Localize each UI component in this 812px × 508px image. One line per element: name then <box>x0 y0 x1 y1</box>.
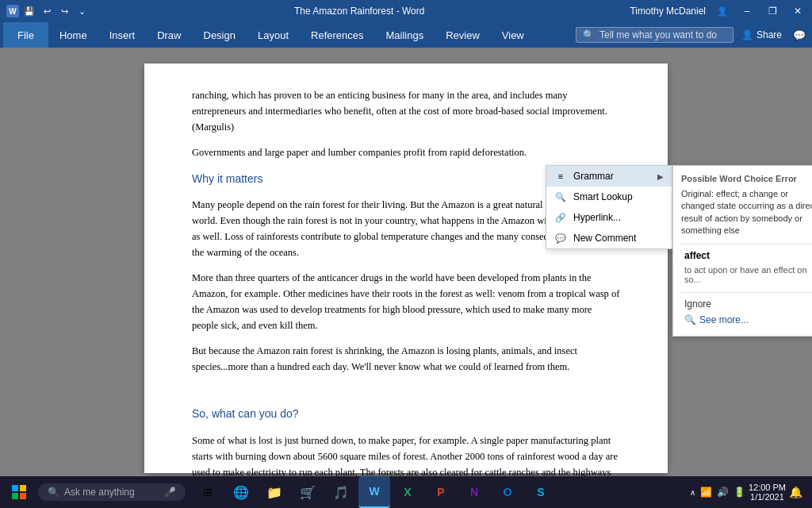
tab-layout[interactable]: Layout <box>247 22 300 48</box>
search-input[interactable] <box>599 29 726 40</box>
grammar-icon: ≡ <box>554 170 567 183</box>
restore-button[interactable]: ❐ <box>764 3 780 19</box>
see-more-icon: 🔍 <box>684 314 696 325</box>
taskbar-app-word[interactable]: W <box>358 476 390 508</box>
smart-lookup-icon: 🔍 <box>554 190 567 203</box>
taskbar-app-powerpoint[interactable]: P <box>425 476 457 508</box>
tab-mailings[interactable]: Mailings <box>375 22 435 48</box>
paragraph-1: ranching, which has proven to be an enti… <box>192 87 620 135</box>
tab-insert[interactable]: Insert <box>98 22 147 48</box>
taskbar-app-store[interactable]: 🛒 <box>292 476 324 508</box>
submenu-arrow-icon: ▶ <box>657 172 664 181</box>
tab-file[interactable]: File <box>3 22 48 48</box>
comment-icon: 💬 <box>554 232 567 244</box>
taskbar-search[interactable]: 🔍 🎤 <box>38 483 186 501</box>
redo-button[interactable]: ↪ <box>57 4 71 18</box>
heading-2: So, what can you do? <box>192 405 620 422</box>
comments-button[interactable]: 💬 <box>790 25 809 44</box>
grammar-popup: Possible Word Choice Error Original: eff… <box>672 165 812 337</box>
account-icon[interactable]: 👤 <box>715 4 730 18</box>
close-button[interactable]: ✕ <box>790 3 806 19</box>
taskbar: 🔍 🎤 ⊞ 🌐 📁 🛒 🎵 W X P N O S ∧ 📶 🔊 🔋 12:00 … <box>0 476 812 508</box>
grammar-original-text: Original: effect; a change or changed st… <box>681 188 812 237</box>
tab-review[interactable]: Review <box>435 22 491 48</box>
taskbar-app-edge[interactable]: 🌐 <box>225 476 257 508</box>
grammar-see-more[interactable]: 🔍 See more... <box>681 312 812 328</box>
grammar-suggestion-desc: to act upon or have an effect on so... <box>681 265 812 289</box>
start-button[interactable] <box>3 476 35 508</box>
tab-view[interactable]: View <box>491 22 535 48</box>
tray-icons: ∧ 📶 🔊 🔋 <box>690 487 745 498</box>
title-bar-left: W 💾 ↩ ↪ ⌄ <box>6 4 89 18</box>
taskbar-apps: ⊞ 🌐 📁 🛒 🎵 W X P N O S <box>192 476 557 508</box>
context-menu: ≡ Grammar ▶ 🔍 Smart Lookup 🔗 Hyperlink..… <box>546 165 672 249</box>
user-name: Timothy McDaniel <box>630 6 706 17</box>
tab-draw[interactable]: Draw <box>146 22 192 48</box>
grammar-divider-2 <box>681 292 812 293</box>
customize-button[interactable]: ⌄ <box>75 4 89 18</box>
tab-references[interactable]: References <box>300 22 374 48</box>
system-clock[interactable]: 12:00 PM 1/1/2021 <box>749 483 786 502</box>
ctx-hyperlink[interactable]: 🔗 Hyperlink... <box>546 207 672 228</box>
windows-icon <box>11 484 27 500</box>
title-bar: W 💾 ↩ ↪ ⌄ The Amazon Rainforest - Word T… <box>0 0 812 22</box>
grammar-suggestion[interactable]: affect <box>681 248 812 264</box>
document-page[interactable]: ranching, which has proven to be an enti… <box>144 64 668 473</box>
paragraph-5: But because the Amazon rain forest is sh… <box>192 343 620 375</box>
save-button[interactable]: 💾 <box>22 4 36 18</box>
tray-chevron[interactable]: ∧ <box>690 488 695 497</box>
search-icon: 🔍 <box>583 29 595 40</box>
word-app-icon: W <box>6 5 19 17</box>
tab-home[interactable]: Home <box>48 22 98 48</box>
share-button[interactable]: 👤 Share <box>733 28 790 42</box>
grammar-ignore[interactable]: Ignore <box>681 296 812 312</box>
share-icon: 👤 <box>741 29 753 40</box>
grammar-divider <box>681 244 812 244</box>
ctx-new-comment[interactable]: 💬 New Comment <box>546 228 672 248</box>
tray-battery-icon[interactable]: 🔋 <box>733 487 745 498</box>
notification-icon[interactable]: 🔔 <box>789 486 802 498</box>
hyperlink-icon: 🔗 <box>554 211 567 224</box>
grammar-popup-title: Possible Word Choice Error <box>681 174 812 183</box>
taskbar-search-icon: 🔍 <box>48 487 59 498</box>
title-bar-right: Timothy McDaniel 👤 – ❐ ✕ <box>630 3 806 19</box>
minimize-button[interactable]: – <box>739 3 755 19</box>
svg-rect-1 <box>20 485 26 491</box>
taskbar-search-input[interactable] <box>64 487 159 498</box>
ribbon-search[interactable]: 🔍 <box>576 27 733 43</box>
taskbar-app-outlook[interactable]: O <box>492 476 523 508</box>
tab-design[interactable]: Design <box>193 22 247 48</box>
taskbar-app-skype[interactable]: S <box>525 476 557 508</box>
ribbon-tabs: File Home Insert Draw Design Layout Refe… <box>0 22 812 48</box>
quick-access-toolbar: W 💾 ↩ ↪ ⌄ <box>6 4 89 18</box>
taskbar-app-files[interactable]: 📁 <box>259 476 290 508</box>
tray-network-icon[interactable]: 📶 <box>700 487 712 498</box>
undo-button[interactable]: ↩ <box>40 4 54 18</box>
svg-rect-2 <box>12 493 18 499</box>
paragraph-4: More than three quarters of the anticanc… <box>192 270 620 333</box>
paragraph-2: Governments and large paper and lumber c… <box>192 144 620 160</box>
mic-icon: 🎤 <box>164 487 176 498</box>
svg-rect-3 <box>20 493 26 499</box>
taskbar-app-taskview[interactable]: ⊞ <box>192 476 224 508</box>
taskbar-app-onenote[interactable]: N <box>458 476 490 508</box>
ctx-smart-lookup[interactable]: 🔍 Smart Lookup <box>546 187 672 207</box>
taskbar-app-groove[interactable]: 🎵 <box>325 476 357 508</box>
window-title: The Amazon Rainforest - Word <box>89 6 630 17</box>
taskbar-app-excel[interactable]: X <box>392 476 423 508</box>
ctx-grammar[interactable]: ≡ Grammar ▶ <box>546 166 672 187</box>
taskbar-right: ∧ 📶 🔊 🔋 12:00 PM 1/1/2021 🔔 <box>684 483 809 502</box>
tray-volume-icon[interactable]: 🔊 <box>717 487 729 498</box>
system-date: 1/1/2021 <box>749 492 786 502</box>
system-time: 12:00 PM <box>749 483 786 492</box>
svg-rect-0 <box>12 485 18 491</box>
